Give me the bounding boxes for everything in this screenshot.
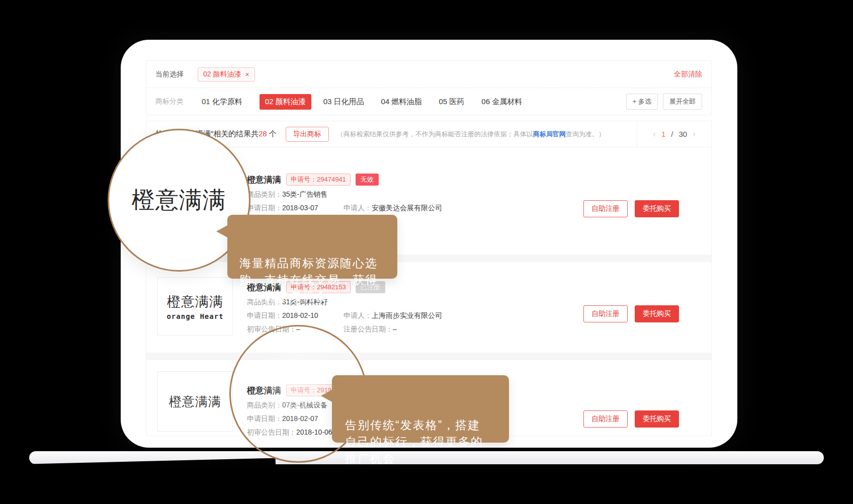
- trademark-image-subtext: orange Heart: [166, 312, 223, 320]
- category-item-05[interactable]: 05 医药: [439, 97, 464, 107]
- current-selection-row: 当前选择 02 颜料油漆 × 全部清除: [146, 61, 711, 88]
- field-label: 申请日期：: [247, 204, 282, 212]
- field-value: 2018-02-07: [282, 414, 318, 423]
- clear-all-button[interactable]: 全部清除: [674, 70, 702, 79]
- category-row: 商标分类 01 化学原料 02 颜料油漆 03 日化用品 04 燃料油脂 05 …: [146, 88, 711, 115]
- results-count: 28: [259, 129, 267, 138]
- trademark-image-text: 橙意满满: [167, 293, 223, 311]
- trademark-office-link[interactable]: 商标局官网: [533, 130, 566, 138]
- field-value: –: [296, 325, 300, 333]
- field-value: 2018-02-10: [282, 311, 318, 319]
- export-trademarks-button[interactable]: 导出商标: [286, 127, 329, 142]
- field-value: 上海雨步实业有限公司: [372, 311, 442, 319]
- disclaimer-text-pre: （商标检索结果仅供参考，不作为商标能否注册的法律依据；具体以: [337, 130, 533, 138]
- field-value: 2018-10-06: [296, 428, 332, 436]
- screenshot-stage: 当前选择 02 颜料油漆 × 全部清除 商标分类 01 化学原料 02 颜料油漆…: [0, 0, 853, 504]
- category-item-01[interactable]: 01 化学原料: [202, 97, 242, 107]
- trademark-title: 橙意满满: [247, 174, 281, 186]
- trademark-image: 橙意满满 orange Heart: [157, 277, 233, 335]
- field-value: –: [393, 325, 397, 333]
- field-value: 2018-03-07: [282, 204, 318, 212]
- category-item-03[interactable]: 03 日化用品: [323, 97, 364, 107]
- results-disclaimer: （商标检索结果仅供参考，不作为商标能否注册的法律依据；具体以商标局官网查询为准。…: [337, 130, 605, 139]
- next-page-icon[interactable]: ›: [693, 129, 696, 139]
- field-label: 申请日期：: [247, 311, 282, 319]
- category-item-04[interactable]: 04 燃料油脂: [381, 97, 422, 107]
- field-value: 安徽美达会展有限公司: [372, 204, 442, 212]
- field-label: 商品类别：: [247, 190, 282, 198]
- row-divider: [146, 353, 711, 360]
- field-label: 注册公告日期：: [344, 325, 393, 333]
- field-label: 申请人：: [344, 204, 372, 212]
- category-row-label: 商标分类: [155, 97, 184, 106]
- pagination: ‹ 1 / 30 ›: [637, 121, 711, 147]
- selected-filter-tag-label: 02 颜料油漆: [203, 70, 241, 79]
- callout-promotion: 告别传统“发表格”，搭建 自己的标行，获得更多的 推广机会: [332, 375, 509, 443]
- results-header: 检索到“橙意满满”相关的结果共28 个 导出商标 （商标检索结果仅供参考，不作为…: [146, 121, 711, 147]
- trademark-title: 橙意满满: [247, 385, 281, 396]
- remove-filter-icon[interactable]: ×: [245, 70, 249, 78]
- current-selection-label: 当前选择: [155, 70, 184, 79]
- field-label: 申请日期：: [247, 414, 282, 423]
- multi-select-button[interactable]: + 多选: [626, 94, 658, 110]
- field-value: 35类-广告销售: [282, 190, 327, 198]
- application-number-badge: 申请号：29474941: [286, 174, 351, 186]
- field-label: 申请人：: [344, 311, 372, 319]
- current-page: 1: [661, 130, 665, 138]
- entrust-buy-button[interactable]: 委托购买: [635, 305, 679, 322]
- callout-marketplace: 海量精品商标资源随心选 购。支持在线交易，获得 更多的交易机会: [227, 215, 397, 279]
- total-pages: 30: [678, 130, 687, 138]
- trademark-image-text: 橙意满满: [169, 393, 221, 410]
- disclaimer-text-post: 查询为准。）: [566, 130, 605, 138]
- field-label: 商品类别：: [247, 401, 282, 409]
- field-label: 初审公告日期：: [247, 325, 296, 333]
- field-label: 初审公告日期：: [247, 428, 296, 436]
- callout-arrow-icon: [321, 389, 333, 402]
- laptop-base: [29, 451, 824, 464]
- magnified-trademark-text: 橙意满满: [132, 185, 226, 216]
- category-item-06[interactable]: 06 金属材料: [481, 97, 522, 107]
- self-register-button[interactable]: 自助注册: [583, 410, 628, 428]
- self-register-button[interactable]: 自助注册: [583, 200, 628, 217]
- page-separator: /: [671, 130, 673, 138]
- self-register-button[interactable]: 自助注册: [583, 305, 628, 322]
- entrust-buy-button[interactable]: 委托购买: [635, 410, 679, 428]
- entrust-buy-button[interactable]: 委托购买: [635, 200, 679, 217]
- prev-page-icon[interactable]: ‹: [653, 129, 656, 139]
- expand-all-button[interactable]: 展开全部: [663, 94, 702, 110]
- filter-panel: 当前选择 02 颜料油漆 × 全部清除 商标分类 01 化学原料 02 颜料油漆…: [146, 60, 712, 115]
- status-badge: 无效: [356, 174, 379, 186]
- trademark-image: 橙意满满: [157, 371, 233, 432]
- callout-arrow-icon: [216, 225, 228, 238]
- results-count-suffix: 个: [267, 129, 277, 138]
- category-item-02-selected[interactable]: 02 颜料油漆: [260, 94, 311, 110]
- selected-filter-tag[interactable]: 02 颜料油漆 ×: [198, 67, 255, 81]
